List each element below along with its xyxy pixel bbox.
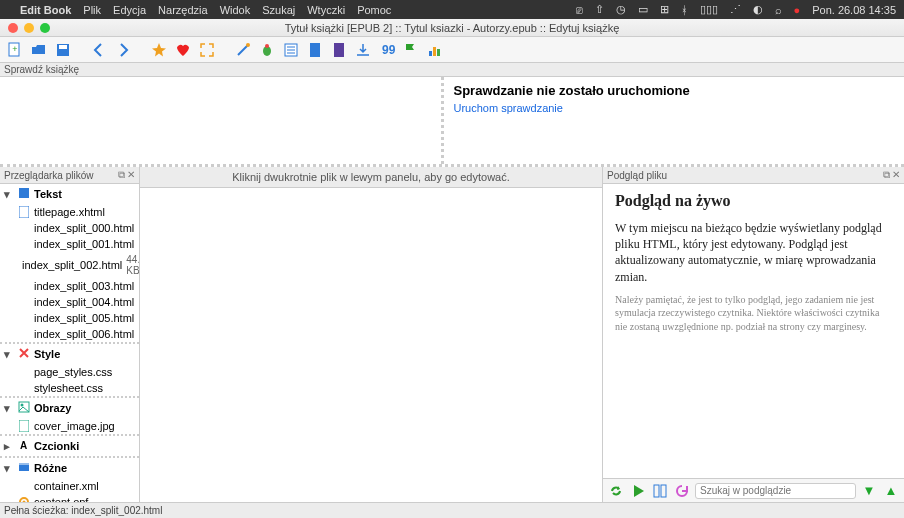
status-icon-controls[interactable]: ◐ bbox=[753, 3, 763, 16]
file-item[interactable]: page_styles.css bbox=[0, 364, 139, 380]
menu-view[interactable]: Widok bbox=[220, 4, 251, 16]
file-item[interactable]: index_split_003.html bbox=[0, 278, 139, 294]
section-obrazy[interactable]: ▾Obrazy bbox=[0, 398, 139, 418]
preview-sync-button[interactable] bbox=[607, 482, 625, 500]
status-icon-dot[interactable]: ● bbox=[794, 4, 801, 16]
svg-rect-14 bbox=[19, 188, 29, 198]
bug-button[interactable] bbox=[258, 41, 276, 59]
preview-search-next-button[interactable]: ▼ bbox=[860, 482, 878, 500]
status-icon-upload[interactable]: ⇧ bbox=[595, 3, 604, 16]
menu-help[interactable]: Pomoc bbox=[357, 4, 391, 16]
preview-reload-button[interactable] bbox=[673, 482, 691, 500]
cover-button[interactable] bbox=[330, 41, 348, 59]
preview-split-button[interactable] bbox=[651, 482, 669, 500]
file-item[interactable]: index_split_005.html bbox=[0, 310, 139, 326]
run-check-link[interactable]: Uruchom sprawdzanie bbox=[454, 102, 563, 114]
chart-button[interactable] bbox=[426, 41, 444, 59]
file-item[interactable]: container.xml bbox=[0, 478, 139, 494]
flag-button[interactable] bbox=[402, 41, 420, 59]
file-item[interactable]: content.opf bbox=[0, 494, 139, 502]
menu-search[interactable]: Szukaj bbox=[262, 4, 295, 16]
back-button[interactable] bbox=[90, 41, 108, 59]
svg-point-6 bbox=[265, 44, 269, 48]
section-różne[interactable]: ▾Różne bbox=[0, 458, 139, 478]
file-item[interactable]: index_split_002.html44.1 KB bbox=[0, 252, 139, 278]
file-item[interactable]: index_split_004.html bbox=[0, 294, 139, 310]
section-czcionki[interactable]: ▸ACzcionki bbox=[0, 436, 139, 456]
file-item[interactable]: cover_image.jpg bbox=[0, 418, 139, 434]
status-icon-search[interactable]: ⌕ bbox=[775, 4, 782, 16]
status-icon-wifi[interactable]: ⋰ bbox=[730, 3, 741, 16]
file-icon bbox=[18, 312, 30, 324]
file-item[interactable]: stylesheet.css bbox=[0, 380, 139, 396]
status-bar: Pełna ścieżka: index_split_002.html bbox=[0, 502, 904, 518]
section-style[interactable]: ▾Style bbox=[0, 344, 139, 364]
preview-search-prev-button[interactable]: ▲ bbox=[882, 482, 900, 500]
forward-button[interactable] bbox=[114, 41, 132, 59]
svg-text:A: A bbox=[20, 440, 27, 451]
menu-plugins[interactable]: Wtyczki bbox=[307, 4, 345, 16]
preview-toolbar: ▼ ▲ bbox=[603, 478, 904, 502]
file-item[interactable]: index_split_001.html bbox=[0, 236, 139, 252]
svg-point-17 bbox=[21, 404, 24, 407]
status-icon-grid[interactable]: ⊞ bbox=[660, 3, 669, 16]
section-label: Czcionki bbox=[34, 440, 79, 452]
menu-file[interactable]: Plik bbox=[83, 4, 101, 16]
file-name: stylesheet.css bbox=[34, 382, 103, 394]
svg-rect-9 bbox=[334, 43, 344, 57]
svg-rect-25 bbox=[661, 485, 666, 497]
svg-rect-11 bbox=[429, 51, 432, 56]
panel-detach-button[interactable]: ⧉ bbox=[118, 169, 125, 181]
status-icon-clock[interactable]: ◷ bbox=[616, 3, 626, 16]
file-item[interactable]: titlepage.xhtml bbox=[0, 204, 139, 220]
file-item[interactable]: index_split_000.html bbox=[0, 220, 139, 236]
preview-detach-button[interactable]: ⧉ bbox=[883, 169, 890, 181]
section-icon bbox=[18, 347, 30, 361]
fullscreen-button[interactable] bbox=[198, 41, 216, 59]
menu-tools[interactable]: Narzędzia bbox=[158, 4, 208, 16]
status-icon-battery[interactable]: ▯▯▯ bbox=[700, 3, 718, 16]
window-titlebar: Tytuł książki [EPUB 2] :: Tytul ksiazki … bbox=[0, 19, 904, 37]
section-label: Obrazy bbox=[34, 402, 71, 414]
file-icon bbox=[18, 366, 30, 378]
section-icon bbox=[18, 461, 30, 475]
status-icon-monitor[interactable]: ▭ bbox=[638, 3, 648, 16]
preview-search-input[interactable] bbox=[695, 483, 856, 499]
wand-button[interactable] bbox=[234, 41, 252, 59]
file-browser-tree[interactable]: ▾Teksttitlepage.xhtmlindex_split_000.htm… bbox=[0, 184, 139, 502]
status-icon-bt[interactable]: ᚼ bbox=[681, 4, 688, 16]
svg-rect-8 bbox=[310, 43, 320, 57]
import-button[interactable] bbox=[354, 41, 372, 59]
file-icon bbox=[18, 222, 30, 234]
editor-hint: Kliknij dwukrotnie plik w lewym panelu, … bbox=[140, 167, 602, 188]
app-name[interactable]: Edit Book bbox=[20, 4, 71, 16]
check-left-area bbox=[0, 77, 441, 164]
checklist-button[interactable] bbox=[282, 41, 300, 59]
check-heading: Sprawdzanie nie zostało uruchomione bbox=[454, 83, 895, 98]
save-button[interactable] bbox=[54, 41, 72, 59]
preview-play-button[interactable] bbox=[629, 482, 647, 500]
preview-heading: Podgląd na żywo bbox=[615, 192, 892, 210]
svg-text:+: + bbox=[12, 44, 17, 54]
file-item[interactable]: index_split_006.html bbox=[0, 326, 139, 342]
star-button[interactable] bbox=[150, 41, 168, 59]
open-file-button[interactable] bbox=[30, 41, 48, 59]
file-name: container.xml bbox=[34, 480, 99, 492]
disclosure-triangle-icon: ▾ bbox=[4, 348, 14, 361]
section-tekst[interactable]: ▾Tekst bbox=[0, 184, 139, 204]
svg-rect-20 bbox=[19, 465, 29, 471]
preview-close-button[interactable]: ✕ bbox=[892, 169, 900, 181]
new-file-button[interactable]: + bbox=[6, 41, 24, 59]
panel-close-button[interactable]: ✕ bbox=[127, 169, 135, 181]
main-toolbar: + 99 bbox=[0, 37, 904, 63]
page-button[interactable] bbox=[306, 41, 324, 59]
file-name: index_split_002.html bbox=[22, 259, 122, 271]
status-icon-display[interactable]: ⎚ bbox=[576, 4, 583, 16]
file-name: cover_image.jpg bbox=[34, 420, 115, 432]
heart-button[interactable] bbox=[174, 41, 192, 59]
editor-panel: Kliknij dwukrotnie plik w lewym panelu, … bbox=[140, 167, 602, 502]
svg-rect-13 bbox=[437, 49, 440, 56]
menubar-clock[interactable]: Pon. 26.08 14:35 bbox=[812, 4, 896, 16]
quote-button[interactable]: 99 bbox=[378, 41, 396, 59]
menu-edit[interactable]: Edycja bbox=[113, 4, 146, 16]
